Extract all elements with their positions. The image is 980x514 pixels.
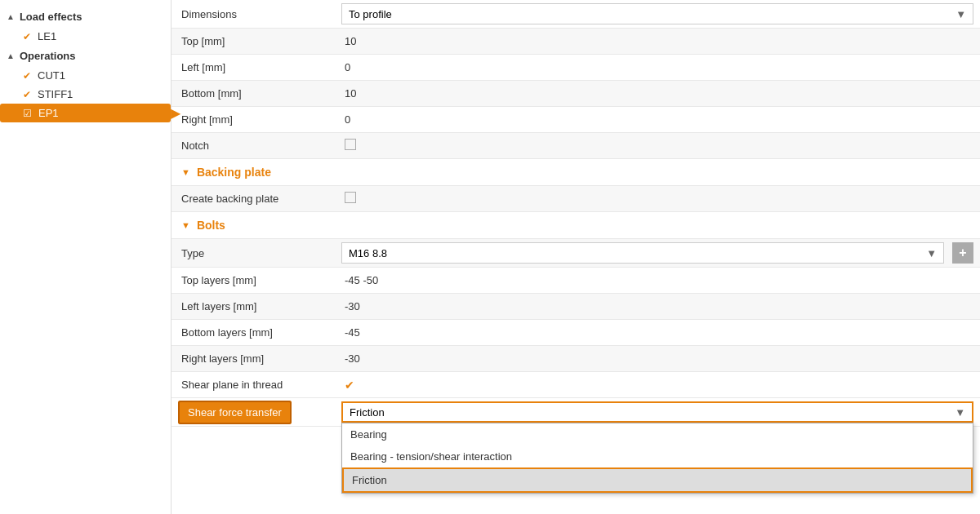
notch-checkbox[interactable] <box>345 139 356 150</box>
sidebar-group-label-operations: Operations <box>20 50 76 62</box>
check-icon-ep1: ☑ <box>23 108 32 119</box>
type-select-cell: M16 8.8 ▼ + <box>335 239 980 267</box>
bottom-value[interactable]: 10 <box>335 82 980 104</box>
dropdown-option-bearing[interactable]: Bearing <box>342 423 973 445</box>
bolts-section: ▼ Bolts <box>172 212 980 239</box>
collapse-arrow-icon: ▲ <box>7 12 15 21</box>
shear-plane-check-icon: ✔ <box>345 379 354 392</box>
bottom-layers-row: Bottom layers [mm] -45 <box>172 320 980 346</box>
top-layers-value[interactable]: -45 -50 <box>335 269 980 291</box>
dimensions-row: Dimensions To profile ▼ <box>172 0 980 29</box>
collapse-arrow-icon-ops: ▲ <box>7 51 15 60</box>
backing-plate-label: Backing plate <box>197 166 271 179</box>
sidebar-group-label-load-effects: Load effects <box>20 11 82 23</box>
sidebar-item-stiff1[interactable]: ✔ STIFF1 <box>0 85 171 104</box>
dimensions-label: Dimensions <box>172 3 335 25</box>
check-icon-le1: ✔ <box>23 31 31 42</box>
top-layers-label: Top layers [mm] <box>172 269 335 291</box>
sidebar: ▲ Load effects ✔ LE1 ▲ Operations ✔ CUT1… <box>0 0 172 514</box>
bottom-label: Bottom [mm] <box>172 82 335 104</box>
left-layers-value[interactable]: -30 <box>335 295 980 317</box>
top-value[interactable]: 10 <box>335 30 980 52</box>
sidebar-group-header-operations[interactable]: ▲ Operations <box>0 46 171 66</box>
sidebar-item-label-ep1: EP1 <box>38 107 59 119</box>
shear-plane-row: Shear plane in thread ✔ <box>172 372 980 398</box>
type-value: M16 8.8 <box>349 247 387 259</box>
shear-force-transfer-button[interactable]: Shear force transfer <box>178 401 292 424</box>
sidebar-group-operations: ▲ Operations ✔ CUT1 ✔ STIFF1 ☑ EP1 <box>0 46 171 122</box>
dimensions-caret-icon: ▼ <box>956 8 966 20</box>
left-value[interactable]: 0 <box>335 56 980 78</box>
check-icon-cut1: ✔ <box>23 70 31 82</box>
sidebar-item-ep1[interactable]: ☑ EP1 <box>0 104 171 122</box>
notch-row: Notch <box>172 133 980 159</box>
right-layers-label: Right layers [mm] <box>172 348 335 370</box>
left-label: Left [mm] <box>172 56 335 78</box>
add-bolt-button[interactable]: + <box>952 242 973 264</box>
shear-force-dropdown[interactable]: Friction ▼ <box>341 401 973 423</box>
sidebar-item-label-stiff1: STIFF1 <box>38 88 73 100</box>
dimensions-value: To profile <box>349 8 392 20</box>
right-layers-row: Right layers [mm] -30 <box>172 346 980 372</box>
type-dropdown[interactable]: M16 8.8 ▼ <box>341 242 944 264</box>
sidebar-group-load-effects: ▲ Load effects ✔ LE1 <box>0 7 171 46</box>
right-label: Right [mm] <box>172 109 335 131</box>
notch-value <box>335 134 980 157</box>
backing-plate-section: ▼ Backing plate <box>172 159 980 186</box>
shear-force-dropdown-menu: Bearing Bearing - tension/shear interact… <box>341 423 973 494</box>
shear-force-selected-value: Friction <box>350 406 385 419</box>
type-label: Type <box>172 242 335 264</box>
check-icon-stiff1: ✔ <box>23 89 31 100</box>
type-caret-icon: ▼ <box>926 247 937 259</box>
left-layers-label: Left layers [mm] <box>172 295 335 317</box>
shear-force-label-cell: Shear force transfer <box>172 403 335 422</box>
top-label: Top [mm] <box>172 30 335 52</box>
right-value[interactable]: 0 <box>335 109 980 131</box>
shear-plane-label: Shear plane in thread <box>172 374 335 396</box>
dimensions-select-cell: To profile ▼ <box>335 0 980 28</box>
bottom-layers-label: Bottom layers [mm] <box>172 321 335 343</box>
dropdown-option-friction[interactable]: Friction <box>342 467 973 493</box>
create-backing-label: Create backing plate <box>172 188 335 210</box>
sidebar-item-cut1[interactable]: ✔ CUT1 <box>0 66 171 85</box>
create-backing-row: Create backing plate <box>172 186 980 212</box>
left-row: Left [mm] 0 <box>172 55 980 81</box>
type-row: Type M16 8.8 ▼ + <box>172 239 980 268</box>
sidebar-item-label-le1: LE1 <box>38 30 56 42</box>
dimensions-dropdown[interactable]: To profile ▼ <box>341 3 973 24</box>
bottom-layers-value[interactable]: -45 <box>335 321 980 343</box>
right-layers-value[interactable]: -30 <box>335 348 980 370</box>
sidebar-item-label-cut1: CUT1 <box>38 69 65 82</box>
notch-label: Notch <box>172 135 335 157</box>
shear-force-value-cell: Friction ▼ Bearing Bearing - tension/she… <box>335 398 980 426</box>
shear-force-dropdown-container: Friction ▼ Bearing Bearing - tension/she… <box>341 401 973 423</box>
backing-plate-arrow-icon[interactable]: ▼ <box>181 167 190 177</box>
left-layers-row: Left layers [mm] -30 <box>172 294 980 320</box>
shear-plane-value: ✔ <box>335 374 980 397</box>
right-row: Right [mm] 0 <box>172 107 980 133</box>
shear-force-caret-icon: ▼ <box>955 406 965 419</box>
shear-force-row: Shear force transfer Friction ▼ Bearing … <box>172 398 980 427</box>
main-content: Dimensions To profile ▼ Top [mm] 10 Left… <box>172 0 980 514</box>
sidebar-item-le1[interactable]: ✔ LE1 <box>0 27 171 46</box>
sidebar-group-header-load-effects[interactable]: ▲ Load effects <box>0 7 171 27</box>
bolts-arrow-icon[interactable]: ▼ <box>181 220 190 230</box>
top-row: Top [mm] 10 <box>172 29 980 55</box>
bolts-label: Bolts <box>197 219 225 232</box>
dropdown-option-bearing-tension[interactable]: Bearing - tension/shear interaction <box>342 445 973 467</box>
create-backing-checkbox[interactable] <box>345 192 356 203</box>
create-backing-value <box>335 187 980 210</box>
welds-section: ▼ Welds <box>172 508 980 514</box>
bottom-row: Bottom [mm] 10 <box>172 81 980 107</box>
top-layers-row: Top layers [mm] -45 -50 <box>172 268 980 294</box>
